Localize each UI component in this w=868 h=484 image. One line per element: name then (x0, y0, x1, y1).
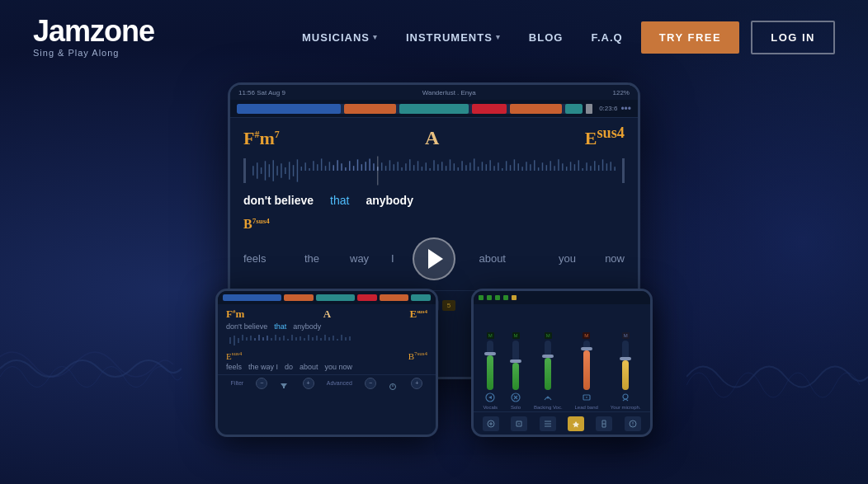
phone-speed-minus[interactable]: − (365, 378, 376, 389)
logo[interactable]: Jamzone (33, 16, 154, 46)
phone-bottom-controls: Filter − + Advanced − (218, 374, 436, 392)
lyric-anybody: anybody (366, 194, 413, 207)
fader-mute-5[interactable]: M (622, 332, 630, 339)
waveform-bar-right (622, 158, 625, 183)
phone-filter-minus[interactable]: − (256, 378, 267, 389)
phone-lyric-do: do (285, 363, 293, 371)
phone-advanced-label: Advanced (327, 380, 352, 386)
nav-faq[interactable]: F.A.Q (581, 25, 632, 50)
timeline-more-icon[interactable]: ••• (620, 103, 631, 115)
mixer-btn-2[interactable] (511, 416, 527, 431)
phone-timeline (218, 291, 436, 304)
lyric-you: you (559, 252, 576, 265)
fader-label-3: Backing Voc. (534, 405, 563, 410)
play-button[interactable] (413, 237, 455, 280)
fader-label-1: Vocals (483, 405, 498, 410)
fader-track-2[interactable] (512, 341, 519, 390)
nav-musicians[interactable]: MUSICIANS ▾ (292, 25, 388, 50)
fader-icon-5 (620, 392, 631, 403)
play-icon (428, 249, 443, 269)
mixer-screen: M Vocals M (474, 291, 650, 435)
phone-filter-plus[interactable]: + (303, 378, 314, 389)
mockup-container: 11:56 Sat Aug 9 Wanderlust . Enya 122% (224, 82, 644, 412)
mixer-led-3 (495, 295, 500, 300)
fader-mute-4[interactable]: M (583, 332, 590, 339)
fader-track-5[interactable] (622, 341, 629, 390)
mixer-btn-6[interactable] (625, 416, 641, 431)
app-timeline[interactable]: 0:23:6 ••• (230, 100, 638, 118)
waveform-svg (249, 156, 619, 186)
lyric-feels: feels (243, 252, 266, 265)
fader-icon-1 (484, 392, 496, 403)
fader-handle-1[interactable] (484, 352, 496, 355)
fader-channel-1: M Vocals (483, 332, 498, 410)
phone-lyric-you-now: you now (325, 363, 353, 371)
fader-handle-4[interactable] (581, 347, 592, 350)
svg-point-166 (632, 425, 633, 425)
phone-speed-icon (389, 378, 399, 388)
fader-track-4[interactable] (583, 341, 590, 390)
mixer-btn-4[interactable] (568, 416, 584, 431)
phone-lyric-that: that (274, 322, 286, 331)
login-button[interactable]: LOG IN (751, 21, 835, 54)
try-free-button[interactable]: TRY FREE (641, 21, 740, 54)
mixer-led-4 (503, 295, 508, 300)
chord-f-sharp: F#m7 (243, 128, 280, 149)
mixer-btn-1[interactable] (483, 416, 499, 431)
track-segment-blue (237, 104, 341, 114)
mixer-btn-3[interactable] (540, 416, 556, 431)
phone-speed-plus[interactable]: + (411, 378, 422, 389)
status-song: Wanderlust . Enya (422, 89, 476, 96)
status-time: 11:56 Sat Aug 9 (238, 89, 285, 96)
phone-lyric-anybody: anybody (293, 322, 321, 331)
phone-filter-icon (280, 378, 290, 388)
lyric-about: about (479, 252, 506, 265)
fader-label-4: Lead band (574, 405, 597, 410)
phone-mockup: F#m A Esus4 don't believe that anybody (215, 289, 438, 437)
chord-row-2: B7sus4 (230, 214, 638, 233)
phone-chord-row-1: F#m A Esus4 (218, 304, 436, 322)
phone-chord-esus4-2: Esus4 (226, 350, 242, 361)
timeline-track-1[interactable] (237, 104, 583, 114)
svg-point-152 (547, 397, 550, 399)
phone-lyric-the-way-i: the way I (248, 363, 278, 371)
phone-lyric-dont-believe: don't believe (226, 322, 267, 331)
header: Jamzone Sing & Play Along MUSICIANS ▾ IN… (0, 0, 868, 74)
fader-label-2: Solo (511, 405, 521, 410)
mixer-btn-5[interactable] (596, 416, 612, 431)
logo-jam: Jamzone (33, 14, 154, 48)
chord-waveform-area: F#m7 A Esus4 (230, 118, 638, 190)
lyrics-play-row: feels the way I about you now (230, 234, 638, 284)
phone-lyric-about: about (300, 363, 318, 371)
fader-track-1[interactable] (487, 341, 493, 390)
chevron-down-icon: ▾ (373, 33, 378, 41)
mixer-indicators (479, 295, 517, 300)
fader-mute-1[interactable]: M (487, 332, 494, 339)
lyric-way: way (350, 252, 369, 265)
phone-chord-b7sus4: B7sus4 (408, 350, 427, 361)
chord-row-1: F#m7 A Esus4 (243, 125, 625, 149)
chord-a: A (425, 127, 439, 149)
lyric-i: I (391, 252, 394, 265)
phone-screen: F#m A Esus4 don't believe that anybody (218, 291, 436, 435)
mixer-top (474, 291, 650, 304)
mixer-led-1 (479, 295, 484, 300)
status-battery: 122% (613, 89, 630, 96)
fader-area: M Vocals M (474, 304, 650, 411)
nav-blog[interactable]: BLOG (519, 25, 573, 50)
chevron-down-icon: ▾ (496, 33, 501, 41)
fader-handle-3[interactable] (542, 355, 554, 358)
logo-area: Jamzone Sing & Play Along (33, 16, 154, 58)
logo-tagline: Sing & Play Along (33, 48, 119, 58)
phone-chord-fm: F#m (226, 308, 244, 321)
fader-mute-3[interactable]: M (545, 332, 552, 339)
phone-lyrics-2: feels the way I do about you now (218, 363, 436, 373)
fader-fill-4 (583, 350, 590, 390)
fader-mute-2[interactable]: M (512, 332, 520, 339)
fader-handle-5[interactable] (620, 357, 631, 360)
nav-instruments[interactable]: INSTRUMENTS ▾ (396, 25, 511, 50)
fader-channel-4: M Lead band (574, 332, 597, 410)
fader-handle-2[interactable] (510, 359, 521, 363)
fader-track-3[interactable] (545, 341, 551, 390)
mixer-bottom (474, 411, 650, 435)
